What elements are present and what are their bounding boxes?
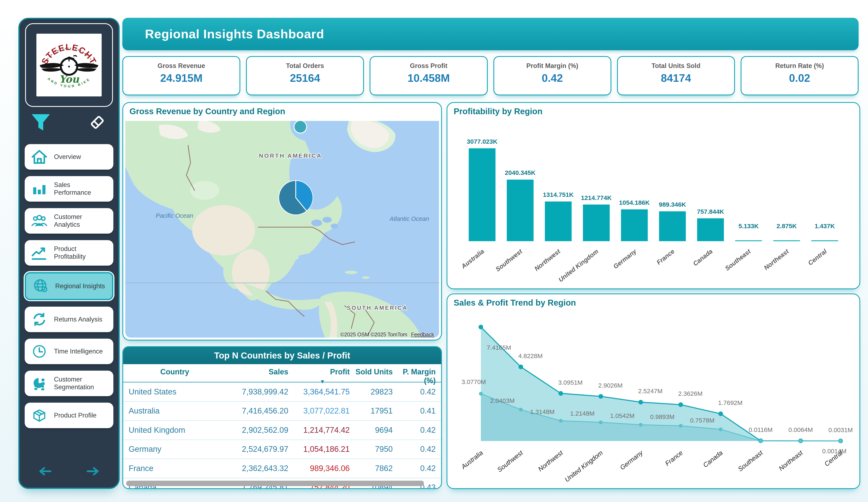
sales-point-germany[interactable]	[638, 400, 643, 404]
sidebar-item-label: Product Profitability	[54, 245, 108, 260]
next-page-arrow-icon[interactable]	[78, 463, 109, 480]
sidebar-item-time-intelligence[interactable]: Time Intelligence	[25, 339, 113, 364]
cell-country: Australia	[128, 407, 221, 416]
bar-chart-icon	[30, 179, 49, 198]
map-panel-title: Gross Revenue by Country and Region	[130, 107, 285, 116]
sales-point-france[interactable]	[679, 402, 683, 407]
profit-value-label: 1.0542M	[610, 412, 634, 419]
kpi-label: Profit Margin (%)	[494, 62, 611, 70]
column-header-sales[interactable]: Sales	[221, 368, 288, 381]
bar-category-label: Germany	[612, 247, 638, 270]
cell-country: United States	[128, 387, 221, 396]
bar-category-label: Northwest	[533, 247, 562, 272]
profit-point-canada[interactable]	[719, 427, 723, 431]
sales-value-label: 0.0116M	[749, 426, 773, 433]
eraser-icon[interactable]	[84, 111, 111, 134]
sidebar-item-label: Overview	[54, 153, 81, 161]
map-attribution: ©2025 OSM ©2025 TomTom Feedback	[340, 331, 434, 338]
sales-point-southwest[interactable]	[518, 365, 523, 369]
table-panel: Top N Countries by Sales / Profit Countr…	[122, 346, 442, 489]
sidebar-item-customer-analytics[interactable]: Customer Analytics	[25, 208, 113, 234]
cell-sales: 2,362,643.32	[221, 464, 288, 473]
table-row-australia[interactable]: Australia7,416,456.203,077,022.81179510.…	[123, 402, 441, 421]
map-bubble-canada[interactable]	[294, 121, 307, 133]
cell-profit: 1,054,186.21	[288, 445, 350, 454]
table-row-united-kingdom[interactable]: United Kingdom2,902,562.091,214,774.4296…	[123, 421, 441, 440]
map-feedback-link[interactable]: Feedback	[411, 331, 434, 338]
kpi-card-profit-margin-[interactable]: Profit Margin (%)0.42	[493, 56, 611, 95]
sidebar-item-returns-analysis[interactable]: Returns Analysis	[25, 307, 113, 332]
sidebar: STEELECHT You AND YOU	[18, 18, 120, 489]
sidebar-item-sales-performance[interactable]: Sales Performance	[25, 176, 113, 202]
profit-point-southeast[interactable]	[759, 439, 763, 443]
sort-descending-icon: ▼	[320, 378, 325, 385]
cell-p-margin: 0.41	[393, 407, 436, 416]
column-header-country[interactable]: Country	[128, 368, 221, 381]
trend-category-label: Germany	[619, 449, 644, 471]
sidebar-item-label: Regional Insights	[55, 283, 105, 290]
bar-united-kingdom[interactable]	[583, 205, 610, 241]
bar-canada[interactable]	[697, 218, 724, 241]
bar-france[interactable]	[659, 211, 686, 241]
sidebar-pager	[29, 463, 109, 480]
trend-category-label: France	[664, 449, 684, 468]
sidebar-item-customer-segmentation[interactable]: Customer Segmentation	[25, 371, 113, 396]
map-canvas[interactable]: NORTH AMERICA SOUTH AMERICA Pacific Ocea…	[125, 121, 439, 338]
kpi-row: Gross Revenue24.915MTotal Orders25164Gro…	[122, 56, 859, 95]
kpi-card-gross-profit[interactable]: Gross Profit10.458M	[370, 56, 487, 95]
bar-value-label: 2040.345K	[505, 169, 536, 176]
kpi-card-total-orders[interactable]: Total Orders25164	[246, 56, 364, 95]
kpi-value: 0.02	[742, 72, 858, 84]
bar-northeast[interactable]	[773, 240, 800, 241]
kpi-card-total-units-sold[interactable]: Total Units Sold84174	[617, 56, 735, 95]
bar-category-label: Southwest	[494, 247, 524, 273]
bar-southwest[interactable]	[507, 180, 534, 241]
bar-southeast[interactable]	[735, 240, 762, 241]
bar-australia[interactable]	[469, 148, 496, 241]
table-row-france[interactable]: France2,362,643.32989,346.0678620.42	[123, 459, 441, 478]
map-label-north-america: NORTH AMERICA	[259, 153, 322, 159]
map-pie-united-states[interactable]	[278, 180, 313, 215]
bar-chart-title: Profitability by Region	[454, 107, 542, 116]
sidebar-item-overview[interactable]: Overview	[25, 144, 113, 170]
table-title: Top N Countries by Sales / Profit	[214, 350, 350, 361]
sales-point-australia[interactable]	[478, 325, 483, 329]
filter-icon[interactable]	[27, 111, 54, 134]
table-row-germany[interactable]: Germany2,524,679.971,054,186.2179500.42	[123, 440, 441, 459]
kpi-card-return-rate-[interactable]: Return Rate (%)0.02	[741, 56, 859, 95]
company-logo: STEELECHT You AND YOU	[37, 34, 102, 96]
column-header-p-margin[interactable]: P. Margin (%)	[393, 368, 436, 381]
bar-central[interactable]	[811, 240, 838, 241]
table-row-united-states[interactable]: United States7,938,999.423,364,541.75298…	[123, 382, 441, 402]
profit-point-northwest[interactable]	[559, 419, 562, 423]
bar-northwest[interactable]	[545, 202, 572, 241]
sales-point-northwest[interactable]	[558, 391, 563, 396]
profit-point-central[interactable]	[839, 439, 843, 443]
table-horizontal-scrollbar[interactable]	[126, 481, 424, 486]
bar-value-label: 757.844K	[697, 208, 724, 215]
sidebar-item-product-profitability[interactable]: Product Profitability	[25, 240, 113, 266]
sidebar-item-regional-insights[interactable]: Regional Insights	[25, 272, 113, 300]
profit-point-southwest[interactable]	[519, 408, 523, 411]
home-icon	[30, 147, 49, 166]
sidebar-item-product-profile[interactable]: Product Profile	[25, 403, 113, 428]
sales-point-united-kingdom[interactable]	[598, 394, 603, 399]
profit-point-australia[interactable]	[479, 392, 483, 396]
sales-point-canada[interactable]	[719, 411, 723, 416]
profit-point-germany[interactable]	[639, 423, 642, 427]
profit-point-northeast[interactable]	[799, 439, 803, 443]
trend-category-label: Canada	[702, 449, 724, 469]
prev-page-arrow-icon[interactable]	[29, 463, 60, 480]
bar-germany[interactable]	[621, 209, 648, 241]
globe-icon	[31, 277, 50, 296]
trend-category-label: United Kingdom	[563, 449, 604, 484]
cell-sold-units: 29823	[350, 387, 393, 396]
profit-point-united-kingdom[interactable]	[599, 420, 602, 424]
kpi-card-gross-revenue[interactable]: Gross Revenue24.915M	[122, 56, 240, 95]
column-header-profit[interactable]: Profit ▼	[288, 368, 350, 381]
kpi-label: Gross Profit	[370, 62, 487, 70]
bar-value-label: 1314.751K	[543, 191, 574, 198]
column-header-sold-units[interactable]: Sold Units	[350, 368, 393, 381]
bar-value-label: 2.875K	[777, 222, 797, 229]
profit-point-france[interactable]	[679, 424, 683, 428]
